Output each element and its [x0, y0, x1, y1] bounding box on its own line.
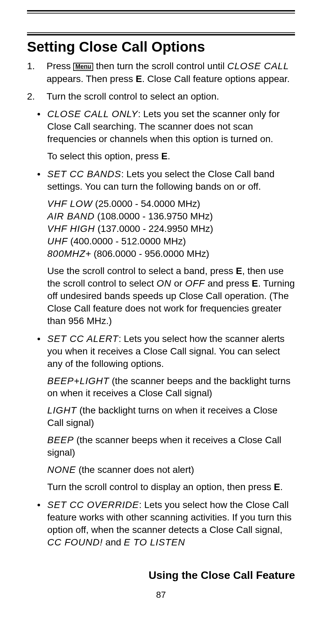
footer-section-title: Using the Close Call Feature [27, 569, 295, 582]
bullet-icon: • [37, 108, 47, 145]
lcd-cc-found: CC FOUND! [47, 537, 103, 547]
option-set-cc-override: • SET CC OVERRIDE: Lets you select how t… [37, 499, 295, 549]
cc-only-select-pre: To select this option, press [47, 151, 161, 161]
bullet-icon: • [37, 499, 47, 549]
band-vhf-low: VHF LOW (25.0000 - 54.0000 MHz) [47, 198, 295, 210]
lcd-close-call: CLOSE CALL [227, 61, 289, 71]
section-heading: Setting Close Call Options [27, 39, 295, 55]
key-e: E [161, 151, 168, 161]
top-rule [27, 10, 295, 14]
alert-none: NONE (the scanner does not alert) [47, 464, 295, 476]
cc-alert-turn: Turn the scroll control to display an op… [47, 481, 295, 493]
step-2: 2. Turn the scroll control to select an … [27, 90, 295, 103]
lcd-close-call-only: CLOSE CALL ONLY [47, 109, 138, 119]
step1-pre: Press [47, 61, 73, 71]
cc-only-select-post: . [167, 151, 170, 161]
bullet-icon: • [37, 333, 47, 370]
step1-mid: then turn the scroll control until [93, 61, 227, 71]
band-800mhz: 800MHZ+ (806.0000 - 956.0000 MHz) [47, 248, 295, 260]
option-close-call-only: • CLOSE CALL ONLY: Lets you set the scan… [37, 108, 295, 145]
step-2-number: 2. [27, 90, 47, 103]
alert-beep-light: BEEP+LIGHT (the scanner beeps and the ba… [47, 375, 295, 400]
lcd-off: OFF [185, 278, 205, 289]
menu-key: Menu [73, 63, 93, 71]
lcd-set-cc-override: SET CC OVERRIDE [47, 500, 139, 510]
lcd-set-cc-alert: SET CC ALERT [47, 333, 118, 344]
step1-post1: appears. Then press [47, 74, 136, 84]
lcd-e-to-listen: E TO LISTEN [124, 537, 185, 547]
bullet-icon: • [37, 168, 47, 193]
cc-bands-use: Use the scroll control to select a band,… [47, 265, 295, 327]
band-air-band: AIR BAND (108.0000 - 136.9750 MHz) [47, 210, 295, 223]
lcd-on: ON [157, 278, 171, 289]
option-set-cc-alert: • SET CC ALERT: Lets you select how the … [37, 333, 295, 370]
alert-light: LIGHT (the backlight turns on when it re… [47, 404, 295, 429]
step-1-number: 1. [27, 60, 47, 85]
band-uhf: UHF (400.0000 - 512.0000 MHz) [47, 235, 295, 248]
key-e: E [274, 482, 280, 492]
key-e: E [236, 266, 242, 276]
alert-beep: BEEP (the scanner beeps when it receives… [47, 434, 295, 459]
page-number: 87 [27, 590, 295, 600]
lcd-set-cc-bands: SET CC BANDS [47, 169, 121, 179]
band-vhf-high: VHF HIGH (137.0000 - 224.9950 MHz) [47, 223, 295, 235]
key-e: E [252, 278, 258, 289]
step1-post2: . Close Call feature options appear. [142, 74, 290, 84]
second-rule [27, 32, 295, 35]
step-1-body: Press Menu then turn the scroll control … [47, 60, 295, 85]
key-e: E [136, 74, 142, 84]
option-set-cc-bands: • SET CC BANDS: Lets you select the Clos… [37, 168, 295, 193]
band-list: VHF LOW (25.0000 - 54.0000 MHz) AIR BAND… [27, 198, 295, 260]
step-2-body: Turn the scroll control to select an opt… [47, 90, 295, 103]
step-1: 1. Press Menu then turn the scroll contr… [27, 60, 295, 85]
cc-only-select: To select this option, press E. [47, 150, 295, 163]
